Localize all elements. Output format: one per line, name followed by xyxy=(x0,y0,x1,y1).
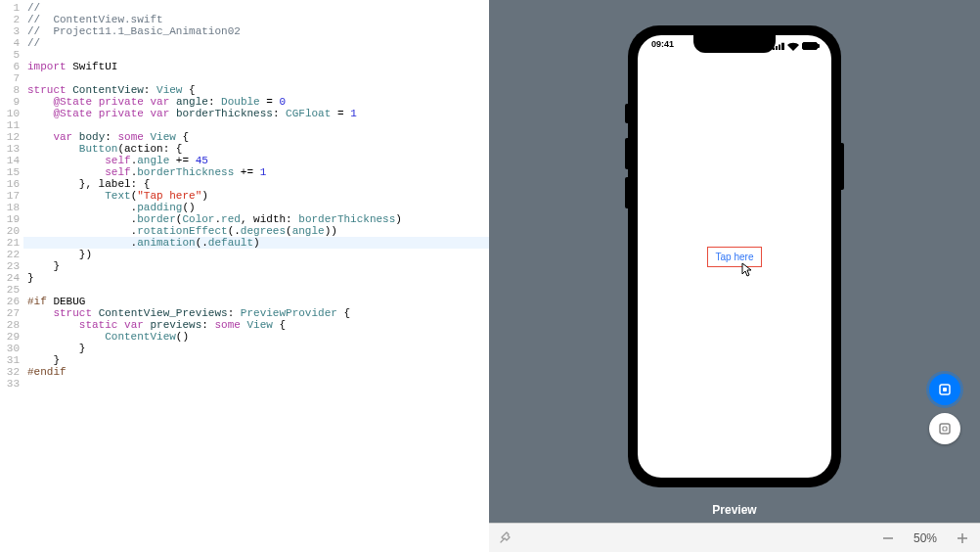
preview-label: Preview xyxy=(489,503,980,523)
line-number: 26 xyxy=(0,296,23,307)
line-number: 23 xyxy=(0,260,23,272)
line-number: 27 xyxy=(0,307,23,319)
code-line[interactable] xyxy=(23,49,489,61)
svg-rect-2 xyxy=(940,424,950,434)
svg-rect-3 xyxy=(943,427,947,431)
device-volume-up xyxy=(625,138,628,169)
line-number-gutter: 1234567891011121314151617181920212223242… xyxy=(0,0,23,552)
line-number: 15 xyxy=(0,166,23,178)
line-number: 22 xyxy=(0,249,23,260)
code-line[interactable]: Text("Tap here") xyxy=(23,190,489,202)
device-power-button xyxy=(841,143,844,190)
code-line[interactable]: import SwiftUI xyxy=(23,61,489,72)
line-number: 16 xyxy=(0,178,23,190)
code-line[interactable]: }, label: { xyxy=(23,178,489,190)
line-number: 18 xyxy=(0,202,23,213)
preview-footer: 50% xyxy=(489,523,980,552)
line-number: 19 xyxy=(0,213,23,225)
line-number: 2 xyxy=(0,14,23,25)
code-line[interactable]: Button(action: { xyxy=(23,143,489,155)
code-line[interactable]: static var previews: some View { xyxy=(23,319,489,331)
code-line[interactable]: // Project11.1_Basic_Animation02 xyxy=(23,25,489,37)
line-number: 14 xyxy=(0,155,23,166)
preview-canvas[interactable]: 09:41 Tap here xyxy=(489,0,980,503)
code-line[interactable]: struct ContentView_Previews: PreviewProv… xyxy=(23,307,489,319)
code-area[interactable]: //// ContentView.swift// Project11.1_Bas… xyxy=(23,0,489,552)
preview-on-device-button[interactable] xyxy=(929,413,960,444)
code-editor-pane: 1234567891011121314151617181920212223242… xyxy=(0,0,489,552)
line-number: 31 xyxy=(0,354,23,366)
code-line[interactable]: .padding() xyxy=(23,202,489,213)
code-line[interactable] xyxy=(23,119,489,131)
zoom-in-button[interactable] xyxy=(955,530,970,546)
pin-button[interactable] xyxy=(499,529,512,546)
line-number: 24 xyxy=(0,272,23,284)
line-number: 9 xyxy=(0,96,23,108)
device-screen: 09:41 Tap here xyxy=(638,35,831,478)
code-line[interactable]: var body: some View { xyxy=(23,131,489,143)
code-line[interactable]: .animation(.default) xyxy=(23,237,489,249)
code-line[interactable]: @State private var angle: Double = 0 xyxy=(23,96,489,108)
line-number: 29 xyxy=(0,331,23,343)
line-number: 3 xyxy=(0,25,23,37)
code-line[interactable] xyxy=(23,72,489,84)
code-line[interactable]: } xyxy=(23,272,489,284)
line-number: 20 xyxy=(0,225,23,237)
code-line[interactable]: }) xyxy=(23,249,489,260)
code-line[interactable]: struct ContentView: View { xyxy=(23,84,489,96)
line-number: 30 xyxy=(0,343,23,354)
cursor-icon xyxy=(738,262,754,280)
line-number: 17 xyxy=(0,190,23,202)
code-line[interactable] xyxy=(23,284,489,296)
svg-rect-1 xyxy=(943,388,947,391)
line-number: 33 xyxy=(0,378,23,390)
line-number: 21 xyxy=(0,237,23,249)
zoom-controls: 50% xyxy=(880,530,970,546)
code-line[interactable]: #if DEBUG xyxy=(23,296,489,307)
code-line[interactable]: ContentView() xyxy=(23,331,489,343)
device-mute-switch xyxy=(625,104,628,123)
code-line[interactable]: } xyxy=(23,354,489,366)
code-line[interactable]: // xyxy=(23,37,489,49)
code-line[interactable]: #endif xyxy=(23,366,489,378)
line-number: 8 xyxy=(0,84,23,96)
code-line[interactable]: // xyxy=(23,2,489,14)
line-number: 7 xyxy=(0,72,23,84)
line-number: 25 xyxy=(0,284,23,296)
zoom-level: 50% xyxy=(913,531,937,545)
code-line[interactable]: .rotationEffect(.degrees(angle)) xyxy=(23,225,489,237)
code-line[interactable]: .border(Color.red, width: borderThicknes… xyxy=(23,213,489,225)
app-content: Tap here xyxy=(638,35,831,478)
line-number: 12 xyxy=(0,131,23,143)
code-line[interactable] xyxy=(23,378,489,390)
line-number: 28 xyxy=(0,319,23,331)
live-preview-button[interactable] xyxy=(929,374,960,405)
code-line[interactable]: // ContentView.swift xyxy=(23,14,489,25)
device-frame: 09:41 Tap here xyxy=(628,25,841,487)
code-line[interactable]: } xyxy=(23,343,489,354)
code-line[interactable]: self.angle += 45 xyxy=(23,155,489,166)
preview-control-stack xyxy=(929,374,960,444)
line-number: 10 xyxy=(0,108,23,119)
line-number: 5 xyxy=(0,49,23,61)
code-line[interactable]: @State private var borderThickness: CGFl… xyxy=(23,108,489,119)
line-number: 13 xyxy=(0,143,23,155)
line-number: 32 xyxy=(0,366,23,378)
zoom-out-button[interactable] xyxy=(880,530,896,546)
line-number: 4 xyxy=(0,37,23,49)
code-line[interactable]: } xyxy=(23,260,489,272)
line-number: 6 xyxy=(0,61,23,72)
device-volume-down xyxy=(625,177,628,208)
code-line[interactable]: self.borderThickness += 1 xyxy=(23,166,489,178)
preview-pane: 09:41 Tap here P xyxy=(489,0,980,552)
line-number: 1 xyxy=(0,2,23,14)
line-number: 11 xyxy=(0,119,23,131)
